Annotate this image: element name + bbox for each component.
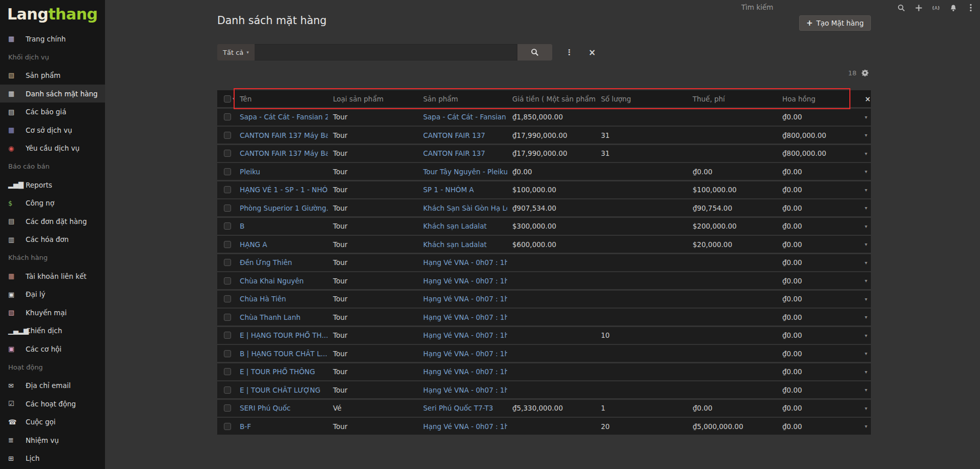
item-product-link[interactable]: Hạng Vé VNA - 0h07 : 1h... — [418, 386, 507, 394]
item-name-link[interactable]: Sapa - Cát Cát - Fansian 2... — [235, 113, 328, 121]
item-product-link[interactable]: Hạng Vé VNA - 0h07 : 1h... — [418, 295, 507, 303]
sidebar-item-y-u-c-u-d-ch-v-[interactable]: ◉ Yêu cầu dịch vụ — [0, 139, 105, 158]
item-name-link[interactable]: E | TOUR PHỔ THÔNG — [235, 368, 328, 376]
item-product-link[interactable]: Hạng Vé VNA - 0h07 : 1h... — [418, 313, 507, 321]
row-menu-caret-icon[interactable]: ▾ — [865, 241, 867, 247]
row-menu-caret-icon[interactable]: ▾ — [865, 333, 867, 338]
row-menu-caret-icon[interactable]: ▾ — [865, 114, 867, 120]
sidebar-item--i-l-[interactable]: ▣ Đại lý — [0, 285, 105, 303]
gear-icon[interactable] — [862, 69, 869, 76]
item-name-link[interactable]: CANTON FAIR 137 Máy Bay — [235, 131, 328, 139]
row-checkbox[interactable] — [224, 113, 231, 120]
sidebar-item-l-ch[interactable]: ⊞ Lịch — [0, 450, 105, 468]
item-product-link[interactable]: Khách sạn Ladalat — [418, 240, 507, 249]
item-product-link[interactable]: Hạng Vé VNA - 0h07 : 1h... — [418, 368, 507, 376]
sidebar-item-danh-s-ch-m-t-h-ng[interactable]: ▦ Danh sách mặt hàng — [0, 85, 105, 103]
brand-logo[interactable]: Langthang — [0, 0, 105, 30]
item-name-link[interactable]: Chùa Hà Tiên — [235, 295, 328, 303]
sidebar-item-c-c-b-o-gi-[interactable]: ▤ Các báo giá — [0, 103, 105, 121]
row-menu-caret-icon[interactable]: ▾ — [865, 187, 867, 193]
row-menu-caret-icon[interactable]: ▾ — [865, 205, 867, 211]
filter-dropdown[interactable]: Tất cả ▾ — [217, 44, 255, 60]
item-name-link[interactable]: SERI Phú Quốc — [235, 404, 328, 412]
item-product-link[interactable]: Khách sạn Ladalat — [418, 222, 507, 230]
row-checkbox[interactable] — [224, 314, 231, 321]
row-menu-caret-icon[interactable]: ▾ — [865, 387, 867, 393]
item-name-link[interactable]: B | HẠNG TOUR CHẤT L... — [235, 350, 328, 358]
row-menu-caret-icon[interactable]: ▾ — [865, 260, 867, 266]
row-menu-caret-icon[interactable]: ▾ — [865, 314, 867, 320]
item-product-link[interactable]: Hạng Vé VNA - 0h07 : 1h... — [418, 331, 507, 339]
sidebar-item-chi-n-d-ch[interactable]: ▁▄▂▆ Chiến dịch — [0, 322, 105, 340]
column-header-commission[interactable]: Hoa hồng — [777, 95, 865, 103]
row-checkbox[interactable] — [224, 241, 231, 248]
item-name-link[interactable]: Chùa Khai Nguyên — [235, 277, 328, 285]
item-product-link[interactable]: SP 1 - NHÓM A — [418, 186, 507, 194]
row-menu-caret-icon[interactable]: ▾ — [865, 223, 867, 229]
sidebar-item-nhi-m-v-[interactable]: ≣ Nhiệm vụ — [0, 431, 105, 450]
item-name-link[interactable]: B-F — [235, 422, 328, 431]
sidebar-item-c-c-c-h-i[interactable]: ▣ Các cơ hội — [0, 340, 105, 358]
item-product-link[interactable]: Sapa - Cát Cát - Fansian 2... — [418, 113, 507, 121]
item-name-link[interactable]: Pleiku — [235, 168, 328, 176]
list-search-input[interactable] — [255, 44, 517, 60]
item-product-link[interactable]: Hạng Vé VNA - 0h07 : 1h... — [418, 422, 507, 431]
row-checkbox[interactable] — [224, 168, 231, 175]
row-menu-caret-icon[interactable]: ▾ — [865, 151, 867, 156]
sidebar-item-c-ng-n-[interactable]: $ Công nợ — [0, 194, 105, 212]
sidebar-item--a-ch-email[interactable]: ✉ Địa chỉ email — [0, 376, 105, 395]
item-product-link[interactable]: Tour Tây Nguyên - Pleiku... — [418, 168, 507, 176]
row-checkbox[interactable] — [224, 150, 231, 157]
item-product-link[interactable]: Khách Sạn Sài Gòn Hạ Lo... — [418, 204, 507, 212]
column-header-name[interactable]: Tên — [235, 95, 328, 103]
item-name-link[interactable]: Chùa Thanh Lanh — [235, 313, 328, 321]
item-name-link[interactable]: Đền Ứng Thiên — [235, 258, 328, 267]
row-menu-caret-icon[interactable]: ▾ — [865, 169, 867, 174]
row-checkbox[interactable] — [224, 368, 231, 375]
row-checkbox[interactable] — [224, 259, 231, 266]
item-name-link[interactable]: B — [235, 222, 328, 230]
column-header-type[interactable]: Loại sản phẩm — [328, 95, 418, 103]
item-name-link[interactable]: E | HẠNG TOUR PHỔ TH... — [235, 331, 328, 339]
item-product-link[interactable]: Hạng Vé VNA - 0h07 : 1h... — [418, 258, 507, 267]
row-checkbox[interactable] — [224, 295, 231, 302]
item-product-link[interactable]: Seri Phú Quốc T7-T3 — [418, 404, 507, 412]
sidebar-item-s-n-ph-m[interactable]: ▧ Sản phẩm — [0, 66, 105, 85]
sidebar-item-c-c-h-a-n[interactable]: ▥ Các hóa đơn — [0, 231, 105, 249]
row-checkbox[interactable] — [224, 350, 231, 357]
item-name-link[interactable]: Phòng Superior 1 Giường... — [235, 204, 328, 212]
row-menu-caret-icon[interactable]: ▾ — [865, 278, 867, 283]
item-product-link[interactable]: Hạng Vé VNA - 0h07 : 1h... — [418, 350, 507, 358]
row-menu-caret-icon[interactable]: ▾ — [865, 405, 867, 411]
item-name-link[interactable]: HẠNG A — [235, 240, 328, 249]
row-checkbox[interactable] — [224, 132, 231, 139]
filter-close-icon[interactable]: × — [589, 47, 596, 57]
list-search-button[interactable] — [517, 44, 552, 60]
sidebar-item-c-c-ho-t-ng[interactable]: ☑ Các hoạt động — [0, 395, 105, 413]
column-header-quantity[interactable]: Số lượng — [596, 95, 687, 103]
sidebar-item-reports[interactable]: ▂▅▇ Reports — [0, 176, 105, 194]
row-checkbox[interactable] — [224, 186, 231, 193]
sidebar-item-cu-c-g-i[interactable]: ☎ Cuộc gọi — [0, 413, 105, 431]
create-item-button[interactable]: + Tạo Mặt hàng — [799, 15, 871, 31]
row-menu-caret-icon[interactable]: ▾ — [865, 423, 867, 429]
close-icon[interactable]: × — [865, 95, 871, 103]
row-checkbox[interactable] — [224, 205, 231, 212]
row-checkbox[interactable] — [224, 386, 231, 394]
item-name-link[interactable]: HẠNG VÉ 1 - SP - 1 - NHÓ... — [235, 186, 328, 194]
select-all-checkbox[interactable] — [224, 95, 231, 103]
sidebar-item-c-c-n-t-h-ng[interactable]: ▤ Các đơn đặt hàng — [0, 212, 105, 231]
sidebar-item-trang-ch-nh[interactable]: ▦ Trang chính — [0, 30, 105, 48]
row-menu-caret-icon[interactable]: ▾ — [865, 369, 867, 375]
sidebar-item-khuy-n-m-i[interactable]: ▧ Khuyến mại — [0, 303, 105, 322]
row-checkbox[interactable] — [224, 222, 231, 230]
row-checkbox[interactable] — [224, 423, 231, 430]
row-menu-caret-icon[interactable]: ▾ — [865, 351, 867, 356]
sidebar-item-t-i-kho-n-li-n-k-t[interactable]: ▦ Tài khoản liên kết — [0, 267, 105, 286]
item-product-link[interactable]: CANTON FAIR 137 — [418, 131, 507, 139]
row-menu-caret-icon[interactable]: ▾ — [865, 296, 867, 302]
item-name-link[interactable]: CANTON FAIR 137 Máy Bay — [235, 149, 328, 157]
row-checkbox[interactable] — [224, 332, 231, 339]
item-product-link[interactable]: Hạng Vé VNA - 0h07 : 1h... — [418, 277, 507, 285]
item-product-link[interactable]: CANTON FAIR 137 — [418, 149, 507, 157]
